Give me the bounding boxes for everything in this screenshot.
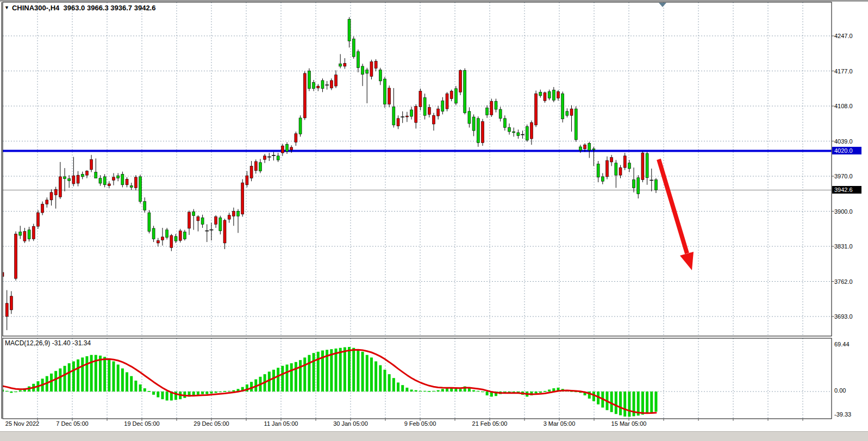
macd-tick-label: 69.44 xyxy=(834,341,850,347)
price-tick-label: 3970.0 xyxy=(834,173,853,179)
price-tick-label: 4039.0 xyxy=(834,138,853,145)
price-tick-label: 3693.0 xyxy=(834,313,853,320)
time-tick-label: 19 Dec 05:00 xyxy=(124,420,159,427)
price-tick-label: 3762.0 xyxy=(834,278,853,285)
panel-splitter[interactable] xyxy=(3,337,832,338)
last-price-tag: 3942.6 xyxy=(832,186,861,194)
chart-shift-marker-icon[interactable] xyxy=(659,3,666,7)
macd-tick-label: 0.00 xyxy=(834,387,846,394)
price-chart-canvas[interactable] xyxy=(0,0,868,441)
time-tick-label: 3 Mar 05:00 xyxy=(544,420,576,427)
time-tick-label: 7 Dec 05:00 xyxy=(56,420,88,427)
window-bottom-edge xyxy=(0,431,868,441)
time-tick-label: 15 Mar 05:00 xyxy=(611,420,647,427)
time-tick-label: 25 Nov 2022 xyxy=(5,420,39,427)
time-tick-label: 29 Dec 05:00 xyxy=(193,420,229,427)
chart-symbol-period: CHINA300-,H4 xyxy=(12,4,59,12)
chart-title: ▼CHINA300-,H4 3963.0 3966.3 3936.7 3942.… xyxy=(4,4,155,12)
price-tick-label: 3831.0 xyxy=(834,243,853,250)
time-tick-label: 9 Feb 05:00 xyxy=(404,420,436,427)
time-tick-label: 21 Feb 05:00 xyxy=(472,420,508,427)
mt4-chart-window: ▼CHINA300-,H4 3963.0 3966.3 3936.7 3942.… xyxy=(0,0,868,441)
macd-tick-label: -39.33 xyxy=(834,411,851,418)
time-tick-label: 30 Jan 05:00 xyxy=(333,420,368,427)
macd-indicator-label: MACD(12,26,9) -31.40 -31.34 xyxy=(5,339,91,347)
chart-ohlc-readout: 3963.0 3966.3 3936.7 3942.6 xyxy=(64,4,156,12)
price-tick-label: 4108.0 xyxy=(834,103,853,109)
price-tick-label: 3900.0 xyxy=(834,208,853,215)
blue-line-price-tag: 4020.0 xyxy=(832,147,861,154)
symbol-dropdown-arrow-icon[interactable]: ▼ xyxy=(4,5,9,10)
price-tick-label: 4177.0 xyxy=(834,68,853,74)
price-tick-label: 4247.0 xyxy=(834,33,853,39)
time-tick-label: 11 Jan 05:00 xyxy=(264,420,298,427)
